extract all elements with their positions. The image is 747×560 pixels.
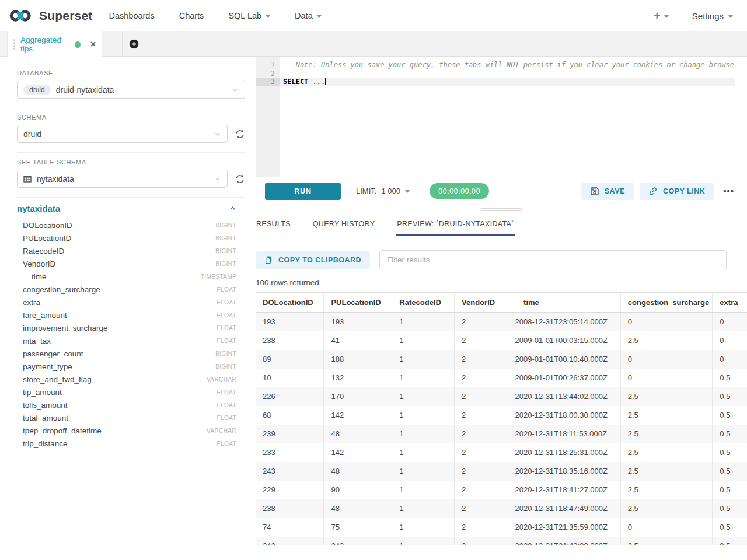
superset-logo[interactable]: Superset: [8, 9, 92, 23]
filter-results-input[interactable]: [379, 250, 727, 270]
column-name: fare_amount: [23, 311, 217, 320]
table-select[interactable]: nytaxidata: [17, 170, 228, 188]
save-button-label: SAVE: [605, 187, 625, 195]
results-table-container[interactable]: DOLocationIDPULocationIDRatecodeIDVendor…: [256, 292, 747, 545]
column-header-ratecodeid[interactable]: RatecodeID: [392, 293, 455, 313]
refresh-schemas-button[interactable]: [235, 129, 245, 139]
column-name: passenger_count: [23, 349, 215, 358]
chevron-down-icon: [214, 131, 221, 138]
new-item-menu[interactable]: +: [654, 9, 669, 23]
nav-item-sql-lab[interactable]: SQL Lab: [228, 11, 270, 20]
column-name: DOLocationID: [23, 221, 215, 230]
column-name: improvement_surcharge: [23, 324, 217, 332]
column-header-extra[interactable]: extra: [713, 293, 747, 313]
save-button[interactable]: SAVE: [581, 183, 634, 200]
query-tab-label: Aggregated tips: [20, 36, 69, 53]
cell: 0: [713, 313, 747, 331]
save-icon: [590, 187, 599, 196]
add-tab-button[interactable]: [122, 32, 145, 56]
column-header-congestion-surcharge[interactable]: congestion_surcharge: [620, 293, 713, 313]
table-row: 68142122020-12-31T18:00:30.000Z2.50.5: [256, 406, 747, 425]
editor-line[interactable]: SELECT ...: [280, 78, 735, 86]
top-navbar: Superset DashboardsChartsSQL LabData + S…: [0, 0, 747, 32]
cell: 2: [455, 350, 508, 369]
query-tab-aggregated-tips[interactable]: Aggregated tips ×: [7, 32, 102, 57]
main-nav: DashboardsChartsSQL LabData: [109, 11, 321, 20]
chevron-down-icon: [266, 15, 270, 18]
column-header-vendorid[interactable]: VendorID: [455, 293, 508, 313]
database-select[interactable]: druid druid-nytaxidata: [17, 80, 245, 99]
cell: 239: [256, 425, 324, 443]
chevron-down-icon: [728, 15, 733, 18]
sql-editor-panel: 123 -- Note: Unless you save your query,…: [256, 57, 747, 559]
sql-code-editor[interactable]: 123 -- Note: Unless you save your query,…: [256, 57, 735, 177]
column-name: mta_tax: [23, 337, 217, 345]
cell: 2020-12-31T18:35:16.000Z: [508, 462, 620, 481]
cell: 1: [392, 387, 455, 406]
chevron-down-icon: [664, 15, 669, 18]
editor-line[interactable]: [280, 69, 735, 78]
column-header-time[interactable]: __time: [508, 293, 620, 313]
drag-handle-icon[interactable]: [13, 39, 15, 50]
cell: 1: [392, 518, 455, 537]
sql-editor-left-bar: DATABASE druid druid-nytaxidata SCHEMA d…: [5, 57, 256, 559]
schema-column: __timeTIMESTAMP: [17, 270, 236, 283]
table-name: nytaxidata: [17, 204, 229, 214]
schema-column: tip_amountFLOAT: [17, 386, 236, 398]
refresh-tables-button[interactable]: [235, 174, 245, 184]
table-row: 10132122009-01-01T00:26:37.000Z00.5: [256, 369, 747, 387]
column-type: VARCHAR: [207, 376, 236, 383]
cell: 0.5: [713, 369, 747, 387]
copy-link-button-label: COPY LINK: [663, 187, 705, 195]
cell: 1: [392, 331, 455, 350]
cell: 229: [256, 481, 324, 499]
query-timer-badge: 00:00:00.00: [430, 183, 489, 199]
schema-column: congestion_surchargeFLOAT: [17, 283, 236, 296]
results-tab-query-history[interactable]: QUERY HISTORY: [312, 214, 375, 236]
chevron-down-icon: [405, 190, 410, 193]
cell: 2008-12-31T23:05:14.000Z: [508, 313, 620, 331]
results-tab-results[interactable]: RESULTS: [256, 214, 291, 236]
cell: 48: [324, 462, 392, 481]
results-tab-preview[interactable]: PREVIEW: `DRUID-NYTAXIDATA`: [396, 214, 514, 236]
nav-item-dashboards[interactable]: Dashboards: [109, 11, 154, 20]
nav-item-charts[interactable]: Charts: [179, 11, 204, 20]
column-name: trip_distance: [23, 439, 217, 448]
column-header-dolocationid[interactable]: DOLocationID: [256, 293, 324, 313]
schema-column: tolls_amountFLOAT: [17, 398, 236, 411]
column-name: total_amount: [23, 414, 217, 422]
limit-dropdown[interactable]: LIMIT: 1 000: [356, 187, 410, 195]
schema-select-value: druid: [23, 130, 209, 139]
cell: 0.5: [713, 518, 747, 537]
divider: [17, 197, 245, 198]
editor-line[interactable]: -- Note: Unless you save your query, the…: [280, 61, 735, 69]
cell: 132: [324, 369, 392, 387]
column-name: tip_amount: [23, 388, 217, 397]
settings-menu[interactable]: Settings: [692, 11, 733, 21]
header-right: + Settings: [654, 9, 733, 23]
column-header-pulocationid[interactable]: PULocationID: [324, 293, 392, 313]
cell: 0: [620, 369, 713, 387]
table-schema-header[interactable]: nytaxidata: [17, 204, 236, 214]
south-pane-resize-handle[interactable]: [256, 205, 747, 214]
copy-link-button[interactable]: COPY LINK: [640, 183, 714, 200]
column-type: FLOAT: [217, 312, 236, 318]
column-name: VendorID: [23, 260, 215, 268]
limit-label: LIMIT:: [356, 187, 376, 195]
cell: 193: [324, 313, 392, 331]
more-actions-button[interactable]: •••: [720, 186, 738, 196]
nav-item-data[interactable]: Data: [295, 11, 322, 20]
column-type: FLOAT: [217, 440, 236, 447]
cell: 75: [324, 518, 392, 537]
cell: 2.5: [620, 443, 713, 462]
chevron-up-icon[interactable]: [229, 205, 236, 212]
cell: 188: [324, 350, 392, 369]
close-icon[interactable]: ×: [90, 39, 96, 50]
run-button[interactable]: RUN: [265, 183, 341, 200]
column-type: BIGINT: [215, 363, 236, 370]
cell: 1: [392, 537, 455, 546]
schema-select[interactable]: druid: [17, 125, 228, 143]
cell: 1: [392, 462, 455, 481]
column-type: FLOAT: [217, 299, 236, 306]
copy-to-clipboard-button[interactable]: COPY TO CLIPBOARD: [256, 251, 370, 269]
